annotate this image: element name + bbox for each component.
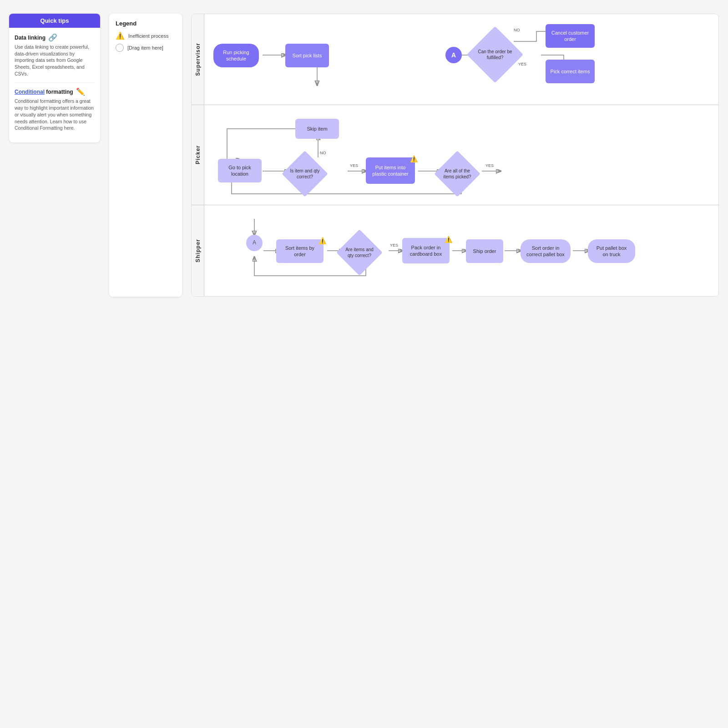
put-items-plastic-node[interactable]: ⚠️ Put items into plastic container: [366, 157, 415, 184]
sort-pick-lists-node[interactable]: Sort pick lists: [285, 44, 329, 67]
data-linking-title: Data linking 🔗: [15, 33, 95, 42]
warning-badge-plastic: ⚠️: [410, 155, 418, 163]
item-qty-correct-label: Is item and qty correct?: [288, 157, 321, 190]
circle-a-supervisor: A: [445, 47, 462, 63]
drag-circle-icon: [116, 44, 124, 52]
sort-items-order-node[interactable]: ⚠️ Sort items by order: [276, 239, 324, 263]
conditional-formatting-title: Conditional formatting ✏️: [15, 87, 95, 96]
picker-label: Picker: [192, 105, 204, 205]
quick-tips-card: Quick tips Data linking 🔗 Use data linki…: [9, 14, 100, 142]
supervisor-swimlane: Supervisor: [192, 14, 718, 105]
legend-title: Legend: [116, 20, 176, 27]
shipper-swimlane: Shipper: [192, 205, 718, 296]
conditional-formatting-tip: Conditional formatting ✏️ Conditional fo…: [15, 87, 95, 131]
supervisor-label: Supervisor: [192, 14, 204, 105]
flowchart-wrapper: Supervisor: [191, 14, 719, 297]
go-to-pick-node[interactable]: Go to pick location: [218, 159, 262, 182]
pack-cardboard-node[interactable]: ⚠️ Pack order in cardboard box: [402, 238, 450, 263]
legend-drag-item: [Drag item here]: [116, 44, 176, 52]
formatting-icon: ✏️: [76, 87, 85, 96]
data-linking-text: Use data linking to create powerful, dat…: [15, 44, 95, 77]
conditional-formatting-text: Conditional formatting offers a great wa…: [15, 98, 95, 131]
put-pallet-truck-node[interactable]: Put pallet box on truck: [588, 239, 635, 263]
conditional-link[interactable]: Conditional: [15, 89, 45, 95]
supervisor-arrows: [204, 14, 718, 105]
warning-icon: ⚠️: [116, 31, 125, 40]
skip-item-node[interactable]: Skip item: [295, 119, 339, 139]
legend-drag-label: [Drag item here]: [127, 45, 163, 51]
all-items-picked-label: Are all of the items picked?: [441, 157, 474, 190]
no-item-qty: NO: [320, 151, 326, 155]
run-picking-node[interactable]: Run picking schedule: [213, 44, 259, 67]
shipper-label: Shipper: [192, 205, 204, 296]
cancel-order-node[interactable]: Cancel customer order: [546, 24, 595, 48]
yes-label-pick: YES: [518, 62, 526, 66]
swimlane-container: Supervisor: [192, 14, 718, 296]
shipper-content: NO YES A ⚠️ Sort items by order: [204, 205, 718, 296]
sort-pallet-node[interactable]: Sort order in correct pallet box: [521, 239, 571, 263]
no-label-cancel: NO: [514, 28, 520, 32]
yes-item-qty: YES: [350, 163, 358, 168]
legend-card: Legend ⚠️ Inefficient process [Drag item…: [109, 14, 182, 297]
data-linking-icon: 🔗: [48, 33, 57, 42]
supervisor-content: Run picking schedule Sort pick lists A C…: [204, 14, 718, 105]
can-order-fulfilled-label: Can the order be fulfilled?: [475, 35, 515, 75]
picker-content: NO YES YES NO Skip item Go to pick locat…: [204, 105, 718, 205]
yes-all-picked: YES: [485, 163, 494, 168]
legend-warning-item: ⚠️ Inefficient process: [116, 31, 176, 40]
items-qty-correct2-label: Are items and qty correct?: [343, 236, 376, 269]
picker-swimlane: Picker: [192, 105, 718, 205]
ship-order-node[interactable]: Ship order: [466, 239, 503, 263]
pick-correct-items-node[interactable]: Pick correct items: [546, 60, 595, 83]
warning-badge-sort: ⚠️: [318, 237, 326, 245]
yes-items-qty2: YES: [390, 243, 398, 248]
legend-warning-label: Inefficient process: [128, 33, 168, 39]
circle-a-shipper: A: [246, 235, 263, 251]
data-linking-tip: Data linking 🔗 Use data linking to creat…: [15, 33, 95, 77]
quick-tips-header: Quick tips: [9, 14, 100, 28]
warning-badge-pack: ⚠️: [445, 235, 452, 243]
